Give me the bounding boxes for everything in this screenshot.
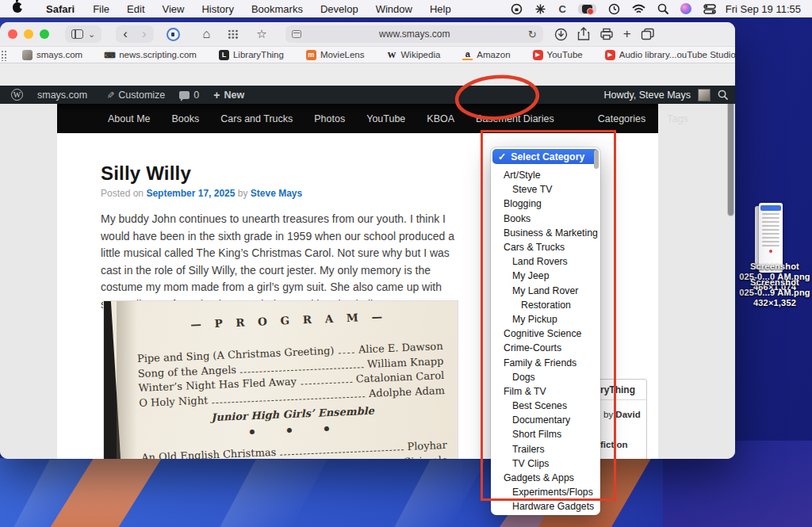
lock-circle-icon[interactable] [511, 3, 523, 15]
favorites-bar-item[interactable]: L LibraryThing [219, 50, 284, 60]
page-scrollbar-thumb[interactable] [727, 96, 734, 216]
close-window-button[interactable] [8, 29, 17, 39]
favorite-site-label: MovieLens [320, 50, 365, 59]
favorite-site-label: smays.com [36, 50, 82, 59]
comments-link[interactable]: 0 [172, 86, 206, 104]
admin-site-name[interactable]: smays.com [30, 86, 94, 104]
program-photo: — P R O G R A M — Pipe and Sing (A Chris… [103, 300, 458, 459]
favorites-bar-item[interactable]: m MovieLens [306, 50, 365, 60]
address-bar[interactable]: www.smays.com ↻ [285, 25, 543, 43]
forward-button[interactable]: › [135, 26, 154, 42]
frequently-visited-button[interactable] [228, 29, 239, 39]
comment-count: 0 [193, 90, 199, 101]
menu-view[interactable]: View [154, 3, 193, 15]
favorite-site-icon: a [462, 50, 473, 60]
post-body-paragraph: My buddy John continues to unearth treas… [101, 211, 459, 313]
new-tab-button[interactable]: + [623, 29, 631, 40]
file-name-label[interactable]: Screenshot 025-0...9 AM.png 432×1,352 [737, 277, 812, 308]
nav-item-tags[interactable]: Tags [667, 113, 688, 124]
share-button[interactable] [577, 27, 590, 41]
claude-icon[interactable]: C [558, 3, 565, 15]
page-settings-icon[interactable] [292, 30, 301, 38]
favorite-site-icon: ⌨ [105, 50, 115, 60]
reload-icon[interactable]: ↻ [528, 29, 537, 40]
favorites-button[interactable]: ☆ [251, 27, 272, 41]
new-label: New [224, 90, 244, 101]
macos-menu-bar: Safari File Edit View History Bookmarks … [0, 0, 812, 17]
favorites-bar-item[interactable]: a Amazon [462, 50, 510, 60]
sidebar-toggle-button[interactable]: ⌄ [65, 25, 102, 43]
favorites-bar-item[interactable]: ▶ YouTube [533, 50, 583, 60]
menubar-clock[interactable]: Fri Sep 19 11:55 [726, 3, 801, 15]
web-page: W smays.com ✎ Customize 0 + New Howdy, S… [0, 86, 735, 459]
wordpress-logo-menu[interactable]: W [0, 86, 30, 104]
chevron-down-icon: ⌄ [88, 29, 95, 40]
favorites-bar-item[interactable]: ⌨ news.scripting.com [105, 50, 197, 60]
downloads-button[interactable] [554, 28, 568, 41]
favorite-site-label: Wikipedia [401, 50, 441, 59]
menu-edit[interactable]: Edit [118, 3, 153, 15]
control-center-icon[interactable] [703, 4, 716, 14]
program-text: — P R O G R A M — Pipe and Sing (A Chris… [136, 307, 448, 459]
tab-overview-button[interactable] [641, 28, 655, 40]
privacy-shield-icon [167, 28, 180, 41]
new-content-link[interactable]: + New [206, 86, 251, 104]
menu-file[interactable]: File [84, 3, 118, 15]
menu-window[interactable]: Window [367, 3, 421, 15]
nav-item-kboa[interactable]: KBOA [427, 113, 454, 124]
wordpress-admin-bar: W smays.com ✎ Customize 0 + New Howdy, S… [0, 86, 735, 104]
time-machine-icon[interactable] [608, 3, 620, 15]
nav-item-about-me[interactable]: About Me [108, 113, 151, 124]
post-meta: Posted on September 17, 2025 by Steve Ma… [101, 188, 302, 199]
screen-recorder-icon[interactable] [578, 4, 596, 14]
zoom-window-button[interactable] [40, 29, 49, 39]
nav-item-youtube[interactable]: YouTube [366, 113, 405, 124]
annotation-rectangle [481, 130, 616, 501]
favorite-site-icon: L [219, 50, 229, 60]
howdy-account-menu[interactable]: Howdy, Steve Mays [596, 86, 698, 104]
post-author-link[interactable]: Steve Mays [251, 188, 302, 199]
favorite-site-label: Audio library...ouTube Studio [619, 50, 735, 59]
favorites-bar-item[interactable]: ▶ Audio library...ouTube Studio [605, 50, 735, 60]
safari-toolbar: ⌄ ‹ › ⌂ ☆ www.smays.com ↻ + [0, 22, 735, 46]
siri-icon[interactable] [680, 3, 691, 14]
print-button[interactable] [599, 28, 614, 40]
favorite-site-icon: m [306, 50, 316, 60]
favorite-site-label: Amazon [477, 50, 510, 59]
menu-history[interactable]: History [193, 3, 242, 15]
post-title: Silly Willy [101, 162, 191, 185]
home-button[interactable]: ⌂ [197, 27, 216, 41]
admin-search-button[interactable] [710, 86, 735, 104]
spotlight-icon[interactable] [657, 3, 668, 14]
favorite-site-label: LibraryThing [233, 50, 284, 59]
minimize-window-button[interactable] [24, 29, 33, 39]
apple-icon [13, 2, 22, 13]
dropdown-item[interactable]: Hardware Gadgets [491, 499, 600, 514]
by-text: by [238, 188, 248, 199]
wordpress-icon: W [11, 89, 23, 101]
url-text[interactable]: www.smays.com [301, 29, 528, 40]
favorites-bar-item[interactable]: W Wikipedia [387, 50, 441, 60]
favorite-site-label: YouTube [547, 50, 583, 59]
favorite-site-icon: ▶ [533, 50, 543, 60]
menu-develop[interactable]: Develop [312, 3, 367, 15]
user-avatar[interactable] [698, 89, 710, 101]
nav-item-cars-and-trucks[interactable]: Cars and Trucks [220, 113, 293, 124]
nav-item-categories[interactable]: Categories [598, 113, 645, 124]
sidebar-icon [71, 29, 83, 39]
customize-link[interactable]: ✎ Customize [99, 86, 172, 104]
menu-help[interactable]: Help [421, 3, 460, 15]
menu-safari[interactable]: Safari [36, 3, 84, 15]
nav-item-books[interactable]: Books [172, 113, 200, 124]
safari-window: ⌄ ‹ › ⌂ ☆ www.smays.com ↻ + [0, 22, 735, 459]
wifi-icon[interactable] [632, 4, 645, 14]
post-date-link[interactable]: September 17, 2025 [146, 188, 235, 199]
nav-item-photos[interactable]: Photos [314, 113, 345, 124]
favorites-bar-item[interactable]: smays.com [22, 50, 82, 60]
program-title: — P R O G R A M — [136, 307, 442, 333]
apple-menu[interactable] [13, 2, 22, 15]
asterisk-icon[interactable] [534, 3, 546, 15]
privacy-report-button[interactable] [167, 28, 180, 41]
back-button[interactable]: ‹ [116, 26, 135, 42]
menu-bookmarks[interactable]: Bookmarks [243, 3, 312, 15]
